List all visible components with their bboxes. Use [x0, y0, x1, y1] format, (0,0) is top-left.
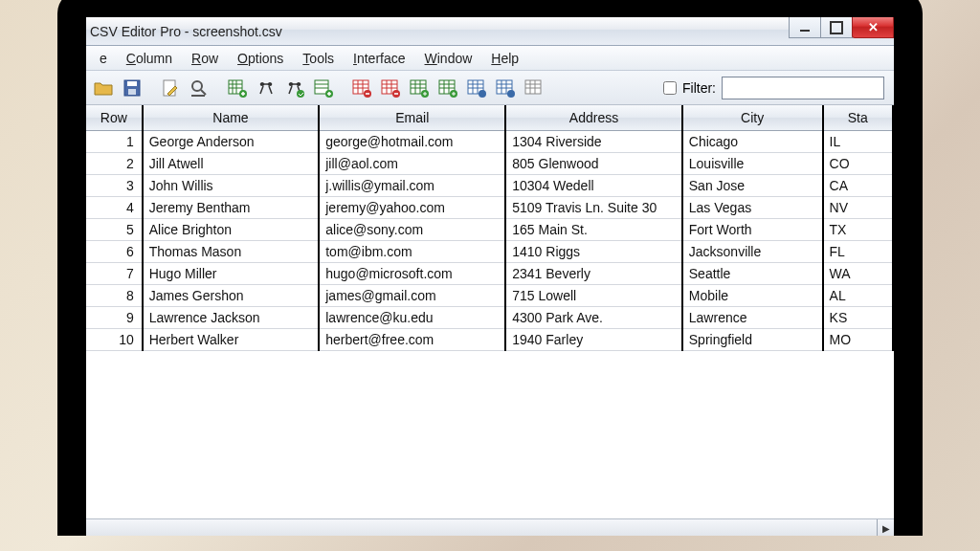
table-row[interactable]: 9Lawrence Jacksonlawrence@ku.edu4300 Par… — [86, 306, 893, 328]
cell-city[interactable]: Jacksonville — [682, 240, 823, 262]
cell-address[interactable]: 5109 Travis Ln. Suite 30 — [505, 196, 682, 218]
table-row[interactable]: 6Thomas Masontom@ibm.com1410 RiggsJackso… — [86, 240, 893, 262]
cell-name[interactable]: Hugo Miller — [143, 262, 320, 284]
cell-name[interactable]: George Anderson — [143, 130, 320, 152]
cell-city[interactable]: Mobile — [682, 284, 823, 306]
cell-city[interactable]: San Jose — [682, 174, 823, 196]
cell-city[interactable]: Seattle — [682, 262, 823, 284]
cell-email[interactable]: jill@aol.com — [319, 152, 505, 174]
edit-page-icon[interactable] — [157, 75, 184, 101]
table-row[interactable]: 10Herbert Walkerherbert@free.com1940 Far… — [86, 328, 893, 350]
open-folder-icon[interactable] — [90, 75, 117, 101]
table-row[interactable]: 3John Willisj.willis@ymail.com10304 Wede… — [86, 174, 893, 196]
cell-email[interactable]: herbert@free.com — [319, 328, 505, 350]
cell-state[interactable]: TX — [823, 218, 893, 240]
menu-window[interactable]: Window — [415, 48, 482, 69]
find-next-icon[interactable] — [281, 75, 308, 101]
table-add-column-icon[interactable] — [224, 75, 251, 101]
cell-address[interactable]: 2341 Beverly — [505, 262, 682, 284]
cell-rownum[interactable]: 5 — [86, 218, 143, 240]
cell-email[interactable]: jeremy@yahoo.com — [319, 196, 505, 218]
cell-email[interactable]: j.willis@ymail.com — [319, 174, 505, 196]
cell-rownum[interactable]: 2 — [86, 152, 143, 174]
cell-address[interactable]: 165 Main St. — [505, 218, 682, 240]
grid-icon-2[interactable] — [377, 75, 404, 101]
grid-icon-7[interactable] — [521, 75, 547, 101]
cell-rownum[interactable]: 4 — [86, 196, 143, 218]
table-row[interactable]: 8James Gershonjames@gmail.com715 LowellM… — [86, 284, 893, 306]
cell-city[interactable]: Springfield — [682, 328, 823, 350]
cell-state[interactable]: CA — [823, 174, 893, 196]
menu-file-tail[interactable]: e — [90, 48, 117, 69]
cell-rownum[interactable]: 7 — [86, 262, 143, 284]
cell-address[interactable]: 4300 Park Ave. — [505, 306, 682, 328]
col-header-state[interactable]: Sta — [823, 105, 893, 130]
table-row[interactable]: 5Alice Brightonalice@sony.com165 Main St… — [86, 218, 893, 240]
cell-email[interactable]: hugo@microsoft.com — [319, 262, 505, 284]
cell-address[interactable]: 715 Lowell — [505, 284, 682, 306]
cell-rownum[interactable]: 1 — [86, 130, 143, 152]
cell-email[interactable]: tom@ibm.com — [319, 240, 505, 262]
cell-address[interactable]: 10304 Wedell — [505, 174, 682, 196]
cell-rownum[interactable]: 6 — [86, 240, 143, 262]
cell-name[interactable]: Lawrence Jackson — [143, 306, 320, 328]
scroll-right-button[interactable]: ▶ — [877, 519, 894, 536]
menu-tools[interactable]: Tools — [293, 48, 344, 69]
close-button[interactable] — [852, 17, 894, 38]
grid-icon-1[interactable] — [348, 75, 375, 101]
cell-address[interactable]: 805 Glenwood — [505, 152, 682, 174]
cell-name[interactable]: Herbert Walker — [143, 328, 320, 350]
grid-icon-5[interactable] — [463, 75, 490, 101]
cell-name[interactable]: James Gershon — [143, 284, 320, 306]
table-row[interactable]: 4Jeremy Benthamjeremy@yahoo.com5109 Trav… — [86, 196, 893, 218]
table-add-row-icon[interactable] — [310, 75, 337, 101]
cell-address[interactable]: 1940 Farley — [505, 328, 682, 350]
cell-city[interactable]: Louisville — [682, 152, 823, 174]
grid-icon-3[interactable] — [406, 75, 433, 101]
cell-address[interactable]: 1410 Riggs — [505, 240, 682, 262]
cell-email[interactable]: alice@sony.com — [319, 218, 505, 240]
grid-icon-4[interactable] — [434, 75, 461, 101]
find-icon[interactable] — [253, 75, 279, 101]
col-header-name[interactable]: Name — [143, 105, 320, 130]
data-grid[interactable]: Row Name Email Address City Sta 1George … — [86, 105, 894, 518]
save-icon[interactable] — [119, 75, 145, 101]
menu-row[interactable]: Row — [182, 48, 228, 69]
cell-city[interactable]: Fort Worth — [682, 218, 823, 240]
cell-state[interactable]: MO — [823, 328, 893, 350]
cell-state[interactable]: CO — [823, 152, 893, 174]
cell-rownum[interactable]: 8 — [86, 284, 143, 306]
cell-name[interactable]: Jeremy Bentham — [143, 196, 320, 218]
menu-column[interactable]: Column — [117, 48, 182, 69]
cell-rownum[interactable]: 9 — [86, 306, 143, 328]
cell-rownum[interactable]: 3 — [86, 174, 143, 196]
cell-address[interactable]: 1304 Riverside — [505, 130, 682, 152]
col-header-address[interactable]: Address — [505, 105, 682, 130]
menu-options[interactable]: Options — [228, 48, 293, 69]
table-row[interactable]: 7Hugo Millerhugo@microsoft.com2341 Bever… — [86, 262, 893, 284]
cell-name[interactable]: Alice Brighton — [143, 218, 320, 240]
cell-state[interactable]: AL — [823, 284, 893, 306]
maximize-button[interactable] — [820, 17, 853, 38]
table-row[interactable]: 1George Andersongeorge@hotmail.com1304 R… — [86, 130, 893, 152]
col-header-email[interactable]: Email — [319, 105, 505, 130]
cell-email[interactable]: george@hotmail.com — [319, 130, 505, 152]
grid-icon-6[interactable] — [492, 75, 519, 101]
cell-name[interactable]: Thomas Mason — [143, 240, 320, 262]
col-header-city[interactable]: City — [682, 105, 823, 130]
horizontal-scrollbar[interactable]: ▶ — [86, 518, 894, 536]
table-row[interactable]: 2Jill Atwelljill@aol.com805 GlenwoodLoui… — [86, 152, 893, 174]
minimize-button[interactable] — [789, 17, 821, 38]
filter-input[interactable] — [722, 77, 884, 99]
cell-city[interactable]: Las Vegas — [682, 196, 823, 218]
cell-rownum[interactable]: 10 — [86, 328, 143, 350]
menu-help[interactable]: Help — [481, 48, 528, 69]
cell-state[interactable]: WA — [823, 262, 893, 284]
titlebar[interactable]: CSV Editor Pro - screenshot.csv — [86, 17, 894, 46]
cell-email[interactable]: james@gmail.com — [319, 284, 505, 306]
menu-interface[interactable]: Interface — [344, 48, 414, 69]
cell-city[interactable]: Lawrence — [682, 306, 823, 328]
filter-checkbox[interactable] — [663, 81, 677, 95]
cell-state[interactable]: KS — [823, 306, 893, 328]
col-header-row[interactable]: Row — [86, 105, 143, 130]
